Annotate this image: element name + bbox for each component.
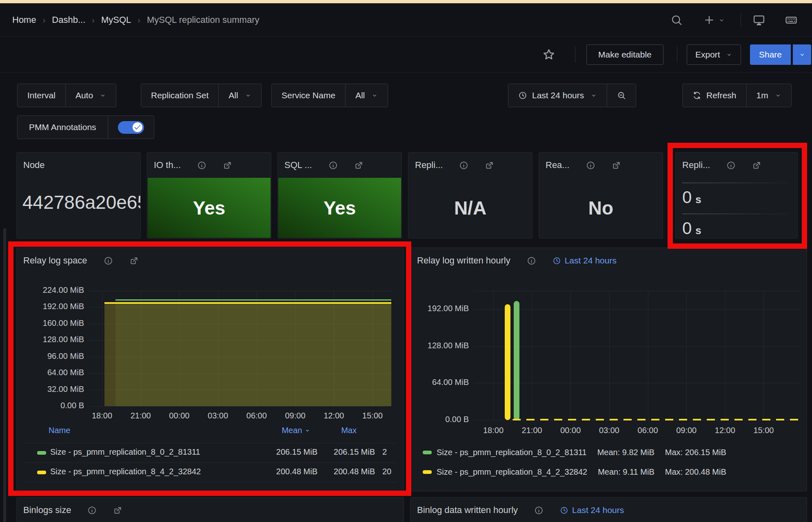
plus-icon[interactable] <box>703 14 715 26</box>
legend-series-name[interactable]: Size - ps_pmm_replication_8_0_2_81311 <box>50 447 200 457</box>
panel-read-only: Rea... No <box>539 152 663 239</box>
panel-binlog-data-written-hourly: Binlog data written hourly Last 24 hours <box>410 497 807 522</box>
stat-divider <box>682 214 788 214</box>
info-icon[interactable] <box>104 256 113 265</box>
info-icon[interactable] <box>197 161 206 170</box>
legend-series-name[interactable]: Size - ps_pmm_replication_8_4_2_32842 <box>50 467 201 476</box>
panel-title[interactable]: SQL ... <box>284 160 312 170</box>
x-tick-label: 15:00 <box>354 411 391 420</box>
x-tick-label: 09:00 <box>277 411 314 420</box>
service-name-value: All <box>355 91 365 100</box>
info-icon[interactable] <box>527 256 536 265</box>
refresh-icon <box>692 91 701 100</box>
legend-series-name[interactable]: Size - ps_pmm_replication_8_4_2_32842 <box>437 467 587 477</box>
series-line-yellow <box>104 302 391 304</box>
replication-set-control: Replication Set All <box>141 84 262 107</box>
chevron-down-icon <box>799 51 805 58</box>
panel-title[interactable]: Repli... <box>415 160 443 170</box>
x-tick-label: 12:00 <box>706 426 744 435</box>
zoom-out-button[interactable] <box>607 84 636 107</box>
legend-separator <box>23 443 397 443</box>
grid-line-v <box>686 291 687 420</box>
top-nav: Home › Dashb... › MySQL › MySQL replicat… <box>0 3 812 37</box>
chevron-down-icon <box>245 92 251 99</box>
interval-control: Interval Auto <box>17 84 116 107</box>
external-link-icon[interactable] <box>223 161 232 170</box>
info-icon[interactable] <box>328 161 338 170</box>
x-tick-label: 18:00 <box>83 411 121 420</box>
pmm-annotations-toggle[interactable] <box>118 121 144 134</box>
make-editable-label: Make editable <box>598 50 652 60</box>
external-link-icon[interactable] <box>354 161 364 170</box>
export-button[interactable]: Export <box>687 44 741 65</box>
breadcrumb-home[interactable]: Home <box>12 15 36 25</box>
legend-clipped-value: 2 <box>382 447 393 457</box>
panel-title[interactable]: Repli... <box>682 160 710 170</box>
chevron-down-icon[interactable] <box>718 17 725 24</box>
panel-relay-log-written-hourly: Relay log written hourly Last 24 hours 1… <box>410 248 807 491</box>
y-tick-label: 0.00 B <box>20 401 84 410</box>
panel-header: Relay log written hourly Last 24 hours <box>410 248 807 273</box>
panel-title[interactable]: Binlogs size <box>23 505 71 515</box>
monitor-icon[interactable] <box>753 14 765 26</box>
panel-sql-thread: SQL ... Yes <box>277 152 402 239</box>
panel-title[interactable]: Relay log written hourly <box>417 255 510 266</box>
x-tick-label: 09:00 <box>668 426 705 435</box>
panel-title[interactable]: Rea... <box>546 160 570 170</box>
info-icon[interactable] <box>534 506 544 515</box>
panel-time-range-link[interactable]: Last 24 hours <box>552 256 617 265</box>
breadcrumb-mysql[interactable]: MySQL <box>101 15 131 25</box>
legend-row: Size - ps_pmm_replication_8_4_2_32842200… <box>17 467 404 478</box>
stat-value: No <box>588 197 613 219</box>
external-link-icon[interactable] <box>129 256 139 265</box>
chevron-down-icon <box>590 92 597 99</box>
y-tick-label: 192.00 MiB <box>20 302 84 311</box>
grid-line-h <box>474 346 799 347</box>
legend-header-name[interactable]: Name <box>49 426 70 435</box>
legend-max-value: 200.48 MiB <box>303 467 375 476</box>
external-link-icon[interactable] <box>612 161 621 170</box>
info-icon[interactable] <box>586 161 595 170</box>
export-label: Export <box>695 50 720 60</box>
time-range-picker[interactable]: Last 24 hours <box>508 84 607 107</box>
legend-series-swatch <box>423 470 432 474</box>
keyboard-icon[interactable] <box>785 14 797 26</box>
external-link-icon[interactable] <box>485 161 494 170</box>
panel-time-range-label: Last 24 hours <box>572 505 624 515</box>
replication-set-select[interactable]: All <box>218 84 261 107</box>
stat-background: Yes <box>278 178 401 238</box>
refresh-interval-select[interactable]: 1m <box>746 84 791 107</box>
y-tick-label: 160.00 MiB <box>20 319 84 328</box>
info-icon[interactable] <box>459 161 468 170</box>
legend-series-name[interactable]: Size - ps_pmm_replication_8_0_2_81311 <box>437 448 587 457</box>
share-button[interactable]: Share <box>750 44 791 65</box>
interval-select[interactable]: Auto <box>65 84 116 107</box>
make-editable-button[interactable]: Make editable <box>586 44 663 65</box>
share-menu-button[interactable] <box>793 44 811 65</box>
refresh-button[interactable]: Refresh <box>683 84 746 107</box>
panel-title[interactable]: Node <box>23 160 45 170</box>
star-icon[interactable] <box>542 48 556 62</box>
breadcrumb-dashboards[interactable]: Dashb... <box>52 15 85 25</box>
panel-time-range-link[interactable]: Last 24 hours <box>560 505 624 515</box>
external-link-icon[interactable] <box>752 161 761 170</box>
legend-header-max[interactable]: Max <box>297 426 357 435</box>
panel-header: Repli... <box>676 153 797 178</box>
info-icon[interactable] <box>87 506 97 515</box>
x-tick-label: 18:00 <box>475 426 512 435</box>
stat-background: N/A <box>409 178 532 238</box>
panel-title[interactable]: Relay log space <box>23 255 87 266</box>
panel-io-thread: IO th... Yes <box>147 152 271 239</box>
series-fill-green <box>115 301 391 406</box>
grid-line-v <box>725 291 725 420</box>
interval-label: Interval <box>18 84 65 107</box>
service-name-select[interactable]: All <box>345 84 388 107</box>
clock-icon <box>560 506 568 515</box>
external-link-icon[interactable] <box>113 506 122 515</box>
grid-line-v <box>532 291 532 420</box>
info-icon[interactable] <box>726 161 736 170</box>
search-icon[interactable] <box>670 14 683 26</box>
panel-title[interactable]: IO th... <box>154 160 181 170</box>
toolbar-divider <box>677 46 677 63</box>
panel-title[interactable]: Binlog data written hourly <box>417 505 518 515</box>
